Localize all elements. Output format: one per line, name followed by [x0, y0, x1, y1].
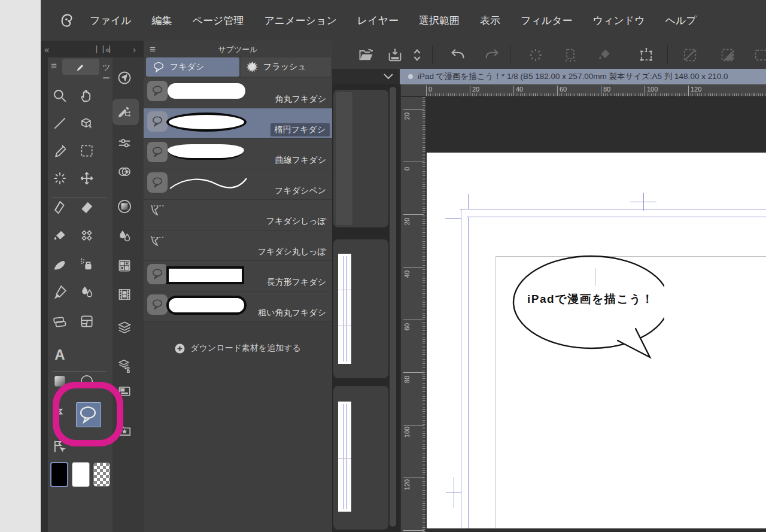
subtool-item-balloon-pen[interactable]: フキダシペン [144, 169, 332, 200]
canvas-area[interactable]: iPadで漫画を描こう！ [426, 97, 766, 532]
menu-view[interactable]: 表示 [480, 14, 500, 28]
vertical-ruler: 20 0 20 40 60 80 100 120 140 [401, 97, 426, 532]
page-thumbnail-card[interactable] [333, 386, 388, 530]
vertical-ruler-ticks [422, 97, 425, 532]
tool-palette: ≡ ツー [48, 57, 113, 532]
collapse-left-panel-icon[interactable]: « [44, 44, 48, 54]
v-ruler-label: 20 [403, 109, 411, 123]
crop-mark [445, 218, 461, 219]
tab-flash[interactable]: フラッシュ [241, 57, 331, 77]
toolbar-separator [510, 45, 510, 65]
color-wheel-icon[interactable] [117, 199, 132, 214]
sub-color-swatch-white[interactable] [72, 462, 90, 487]
subtool-panel-icon[interactable] [117, 104, 132, 120]
figure-tool-icon[interactable] [52, 314, 68, 329]
tool-palette-menu-icon[interactable]: ≡ [51, 60, 57, 72]
subtool-item-balloon-tail[interactable]: フキダシしっぽ [144, 200, 332, 230]
eyedropper-tool-icon[interactable] [52, 143, 68, 159]
move-tool-icon[interactable] [79, 171, 95, 186]
marker-tool-icon[interactable] [52, 284, 68, 300]
auto-select-tool-icon[interactable] [52, 171, 68, 186]
subtool-item-ellipse-balloon[interactable]: 楕円フキダシ [144, 108, 332, 139]
menu-select[interactable]: 選択範囲 [419, 14, 460, 28]
v-ruler-label: 60 [403, 320, 411, 334]
eraser-tool-icon[interactable] [79, 200, 95, 215]
frame-border-tool-icon[interactable] [79, 314, 95, 329]
zoom-tool-icon[interactable] [52, 88, 68, 104]
tool-palette-tab[interactable] [62, 59, 99, 75]
deselect-icon[interactable] [527, 47, 544, 63]
subtool-item-label: 曲線フキダシ [275, 155, 326, 166]
color-set-icon[interactable] [117, 228, 132, 244]
pen-tool-icon[interactable] [52, 200, 68, 215]
selection-rect-icon[interactable] [753, 47, 766, 63]
fill-selection-icon[interactable] [719, 47, 736, 63]
balloon-tail-icon [148, 203, 168, 222]
trim-guide-vertical-inner [468, 217, 469, 528]
quick-access-bar [113, 57, 144, 532]
menu-window[interactable]: ウィンドウ [593, 14, 645, 28]
paint-bucket-tool-icon[interactable] [52, 228, 68, 244]
clear-layer-icon[interactable] [682, 47, 698, 63]
subtool-item-rounded-balloon[interactable]: 角丸フキダシ [144, 78, 332, 108]
balloon-badge-icon [147, 172, 168, 193]
material-palette-icon[interactable] [117, 258, 132, 273]
document-tab[interactable]: iPad で漫画を描こう！* 1/8 (B5 182.00 x 257.00mm… [400, 69, 766, 84]
selection-tool-icon[interactable] [79, 143, 95, 159]
airbrush-tool-icon[interactable] [79, 256, 95, 272]
line-tool-icon[interactable] [52, 115, 68, 131]
drag-handle-icon[interactable]: ❘❘❘ [93, 44, 113, 53]
chevron-down-icon[interactable] [382, 72, 394, 81]
outside-desktop-strip [0, 0, 41, 532]
rough-rounded-balloon-preview [166, 296, 247, 315]
v-ruler-label: 120 [403, 478, 411, 492]
add-download-material-button[interactable]: ダウンロード素材を追加する [144, 343, 332, 354]
balloon-text[interactable]: iPadで漫画を描こう！ [510, 291, 671, 307]
page-strip-scrollbar[interactable] [390, 87, 396, 527]
speech-balloon[interactable] [509, 254, 664, 365]
layer-property-icon[interactable] [117, 358, 132, 373]
fill-icon[interactable] [596, 47, 613, 63]
layer-palette-icon[interactable] [117, 320, 132, 335]
object-launcher-icon[interactable] [117, 70, 132, 86]
menu-filter[interactable]: フィルター [521, 14, 573, 28]
expand-quickbar-icon[interactable]: › [133, 44, 135, 54]
brush-tool-icon[interactable] [52, 256, 68, 272]
tone-tool-icon[interactable] [79, 228, 95, 244]
v-ruler-label: 80 [403, 372, 411, 387]
redo-icon[interactable] [484, 47, 500, 63]
subtool-item-rough-rounded-balloon[interactable]: 粗い角丸フキダシ [144, 291, 332, 322]
tab-balloon[interactable]: フキダシ [146, 57, 239, 77]
subtool-item-curve-balloon[interactable]: 曲線フキダシ [144, 139, 332, 169]
timeline-icon[interactable] [117, 287, 132, 302]
open-file-icon[interactable] [358, 47, 375, 63]
undo-icon[interactable] [449, 47, 466, 63]
menu-animation[interactable]: アニメーション [264, 14, 336, 28]
reselect-icon[interactable] [562, 47, 579, 63]
subtool-item-balloon-round-tail[interactable]: フキダシ丸しっぽ [144, 230, 332, 261]
transparent-color-swatch[interactable] [93, 463, 110, 487]
subtool-item-rectangle-balloon[interactable]: 長方形フキダシ [144, 261, 332, 291]
page-thumbnail-card[interactable] [333, 90, 388, 227]
blend-tool-icon[interactable] [79, 284, 95, 300]
page-thumbnail-image [338, 254, 351, 364]
menu-layer[interactable]: レイヤー [357, 14, 399, 28]
collapse-expand-icon[interactable] [409, 47, 425, 63]
object-3d-tool-icon[interactable] [79, 115, 95, 131]
collapse-quickbar-icon[interactable]: « [105, 44, 109, 54]
menu-help[interactable]: ヘルプ [665, 14, 697, 28]
tool-group-divider [51, 197, 107, 198]
tool-property-icon[interactable] [117, 135, 132, 151]
text-tool-icon[interactable]: A [52, 347, 68, 363]
clip-studio-logo-icon [59, 12, 75, 28]
transform-icon[interactable] [638, 47, 655, 63]
hand-tool-icon[interactable] [79, 88, 95, 104]
menu-file[interactable]: ファイル [90, 14, 132, 28]
menu-page-manage[interactable]: ページ管理 [193, 14, 244, 28]
menu-edit[interactable]: 編集 [152, 14, 172, 28]
page-thumbnail-card[interactable] [333, 239, 388, 378]
save-icon[interactable] [387, 47, 403, 63]
main-color-swatch-black[interactable] [50, 462, 68, 487]
subtool-palette-title: サブツール [144, 44, 332, 55]
color-history-icon[interactable] [117, 164, 132, 180]
